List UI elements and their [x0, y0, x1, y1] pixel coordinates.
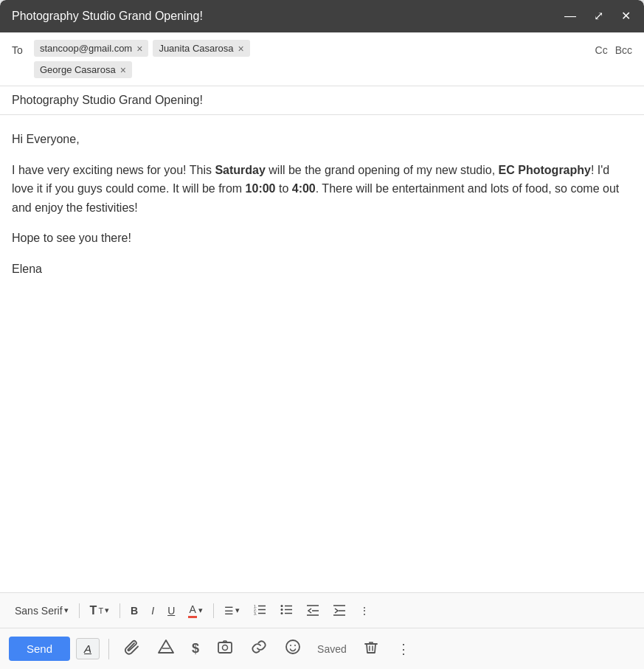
photo-button[interactable]	[211, 634, 239, 663]
align-icon: ☰	[224, 605, 234, 617]
svg-point-23	[290, 645, 291, 646]
link-button[interactable]	[245, 634, 273, 663]
svg-point-10	[281, 612, 283, 614]
body-text-to: to	[276, 182, 292, 195]
formatting-toolbar: Sans Serif ▾ TT ▾ B I U A ▾ ☰ ▾	[0, 592, 644, 628]
recipient-email-1: stancoop@gmail.com	[40, 43, 132, 54]
font-size-chevron: ▾	[105, 606, 109, 615]
recipient-chip-2[interactable]: Juanita Casarosa ×	[153, 40, 249, 57]
indent-more-button[interactable]	[327, 599, 352, 622]
bold-saturday: Saturday	[215, 164, 265, 176]
more-options-icon: ⋮	[397, 641, 410, 657]
maximize-button[interactable]: ⤢	[592, 9, 605, 24]
attach-file-icon	[124, 639, 140, 659]
bold-icon: B	[131, 605, 138, 617]
saved-label: Saved	[313, 643, 351, 655]
recipient-chip-1[interactable]: stancoop@gmail.com ×	[34, 40, 148, 57]
cc-bcc-area: Cc Bcc	[589, 40, 632, 56]
svg-point-21	[223, 645, 228, 651]
more-formatting-icon: ⋮	[359, 605, 370, 617]
italic-icon: I	[151, 605, 154, 617]
svg-point-8	[281, 609, 283, 611]
font-size-sub-icon: T	[98, 606, 103, 615]
bold-ec-photography: EC Photography	[499, 164, 591, 176]
minimize-button[interactable]: —	[563, 9, 578, 24]
cc-button[interactable]: Cc	[595, 44, 608, 56]
to-label: To	[12, 40, 27, 56]
main-paragraph: I have very exciting news for you! This …	[12, 161, 632, 218]
text-color-icon: A	[188, 603, 197, 618]
indent-less-icon	[306, 603, 319, 618]
separator-3	[213, 603, 214, 618]
money-button[interactable]: $	[186, 637, 205, 661]
more-options-button[interactable]: ⋮	[391, 637, 416, 662]
separator-2	[120, 603, 120, 618]
separator-1	[79, 603, 80, 618]
body-text-before-sat: I have very exciting news for you! This	[12, 164, 215, 176]
body-area[interactable]: Hi Everyone, I have very exciting news f…	[0, 115, 644, 592]
numbered-list-icon: 1. 2. 3.	[253, 603, 266, 618]
remove-recipient-3[interactable]: ×	[120, 65, 126, 75]
svg-marker-18	[159, 640, 173, 653]
align-chevron: ▾	[235, 606, 240, 615]
subject-row	[0, 86, 644, 115]
svg-point-6	[281, 605, 283, 607]
link-icon	[251, 639, 267, 659]
recipient-chip-3[interactable]: George Casarosa ×	[34, 61, 132, 78]
bold-button[interactable]: B	[125, 601, 144, 620]
drive-icon	[158, 639, 174, 659]
emoji-icon	[285, 639, 301, 659]
svg-point-22	[286, 640, 300, 654]
font-family-chevron: ▾	[64, 606, 69, 615]
font-family-label: Sans Serif	[15, 605, 63, 617]
subject-input[interactable]	[12, 94, 632, 107]
recipient-email-2: Juanita Casarosa	[159, 43, 233, 54]
numbered-list-button[interactable]: 1. 2. 3.	[247, 599, 272, 622]
send-button[interactable]: Send	[9, 637, 70, 661]
bold-time-end: 4:00	[292, 182, 316, 195]
bottom-sep-1	[108, 639, 109, 659]
indent-more-icon	[333, 603, 346, 618]
window-title: Photography Studio Grand Opening!	[12, 10, 203, 23]
font-family-selector[interactable]: Sans Serif ▾	[9, 601, 75, 620]
close-button[interactable]: ✕	[620, 9, 632, 24]
delete-icon	[363, 639, 379, 659]
bullet-list-button[interactable]	[274, 599, 299, 622]
font-size-button[interactable]: TT ▾	[84, 600, 116, 621]
recipient-email-3: George Casarosa	[40, 64, 116, 75]
to-row: To stancoop@gmail.com × Juanita Casarosa…	[0, 32, 644, 86]
svg-rect-20	[218, 642, 232, 653]
recipients-container: stancoop@gmail.com × Juanita Casarosa × …	[34, 40, 589, 78]
greeting-paragraph: Hi Everyone,	[12, 130, 632, 149]
emoji-button[interactable]	[279, 634, 307, 663]
color-underline	[188, 616, 197, 618]
more-formatting-button[interactable]: ⋮	[353, 601, 375, 620]
money-icon: $	[192, 641, 199, 656]
remove-recipient-2[interactable]: ×	[238, 44, 244, 54]
body-text-after-sat: will be the grand opening of my new stud…	[266, 164, 499, 176]
delete-button[interactable]	[357, 634, 385, 663]
chips-line-2: George Casarosa ×	[34, 61, 589, 78]
format-underline-button[interactable]: A	[76, 638, 100, 659]
remove-recipient-1[interactable]: ×	[136, 44, 142, 54]
bcc-button[interactable]: Bcc	[615, 44, 632, 56]
attach-file-button[interactable]	[118, 634, 146, 663]
signature-paragraph: Elena	[12, 260, 632, 279]
svg-text:3.: 3.	[254, 611, 257, 616]
font-size-icon: T	[90, 604, 97, 617]
bold-time-start: 10:00	[246, 182, 276, 195]
align-button[interactable]: ☰ ▾	[218, 601, 246, 620]
drive-button[interactable]	[152, 634, 180, 663]
indent-less-button[interactable]	[300, 599, 325, 622]
svg-point-24	[294, 645, 296, 646]
bullet-list-icon	[280, 603, 293, 618]
underline-button[interactable]: U	[162, 601, 181, 620]
title-bar: Photography Studio Grand Opening! — ⤢ ✕	[0, 0, 644, 32]
underline-icon: U	[167, 605, 175, 617]
compose-window: Photography Studio Grand Opening! — ⤢ ✕ …	[0, 0, 644, 669]
text-color-chevron: ▾	[198, 606, 203, 615]
text-color-button[interactable]: A ▾	[182, 600, 209, 622]
photo-icon	[217, 639, 233, 659]
italic-button[interactable]: I	[145, 601, 160, 620]
title-bar-controls: — ⤢ ✕	[563, 9, 632, 24]
